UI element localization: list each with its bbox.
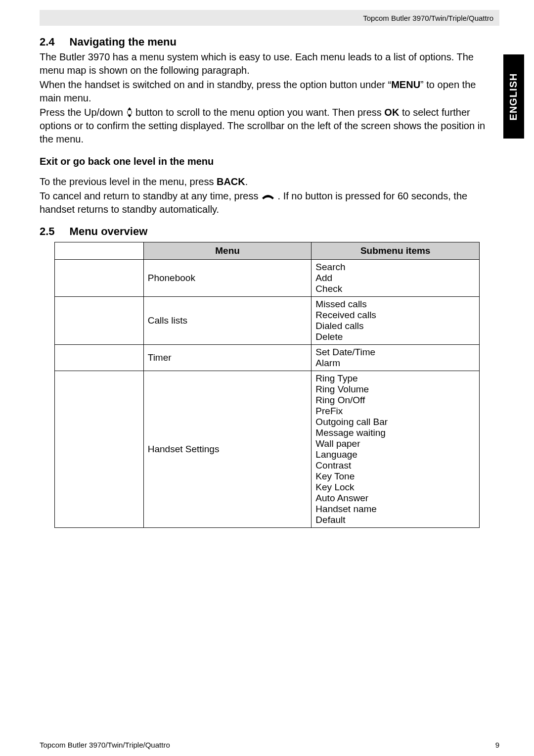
table-cell-menu: Phonebook	[143, 260, 312, 297]
p5-run-a: To cancel and return to standby at any t…	[40, 190, 261, 201]
table-row: Handset Settings Ring TypeRing VolumeRin…	[55, 371, 480, 528]
back-bold-label: BACK	[217, 176, 245, 187]
table-head-row: Menu Submenu items	[55, 242, 480, 260]
section-2-4-paragraph-4: To the previous level in the menu, press…	[40, 175, 499, 189]
document-page: Topcom Butler 3970/Twin/Triple/Quattro E…	[0, 10, 534, 756]
table-cell-submenu: Missed callsReceived callsDialed callsDe…	[312, 297, 480, 345]
p4-run-b: .	[245, 176, 248, 187]
p3-run-a: Press the Up/down	[40, 107, 126, 118]
table-cell-submenu: SearchAddCheck	[312, 260, 480, 297]
table-cell-blank	[55, 260, 144, 297]
footer-page-number: 9	[495, 741, 499, 749]
table-row: Calls lists Missed callsReceived callsDi…	[55, 297, 480, 345]
page-footer: Topcom Butler 3970/Twin/Triple/Quattro 9	[40, 741, 499, 749]
header-product: Topcom Butler 3970/Twin/Triple/Quattro	[363, 14, 493, 22]
table-cell-submenu: Ring TypeRing VolumeRing On/OffPreFixOut…	[312, 371, 480, 528]
p2-run-a: When the handset is switched on and in s…	[40, 79, 391, 90]
table-cell-submenu: Set Date/TimeAlarm	[312, 345, 480, 371]
exit-subheading: Exit or go back one level in the menu	[40, 156, 499, 167]
menu-overview-table: Menu Submenu items Phonebook SearchAddCh…	[54, 242, 480, 528]
section-2-5-number: 2.5	[40, 225, 55, 238]
p4-run-a: To the previous level in the menu, press	[40, 176, 217, 187]
table-cell-blank	[55, 371, 144, 528]
p3-run-b: button to scroll to the menu option you …	[133, 107, 385, 118]
table-head-blank	[55, 242, 144, 260]
section-2-4-paragraph-5: To cancel and return to standby at any t…	[40, 189, 499, 216]
language-tab-label: ENGLISH	[508, 73, 520, 120]
section-2-4-paragraph-3: Press the Up/down button to scroll to th…	[40, 106, 499, 146]
table-cell-blank	[55, 345, 144, 371]
section-2-4-paragraph-2: When the handset is switched on and in s…	[40, 78, 499, 105]
footer-left: Topcom Butler 3970/Twin/Triple/Quattro	[40, 741, 170, 749]
content-area: 2.4 Navigating the menu The Butler 3970 …	[40, 26, 499, 528]
table-row: Phonebook SearchAddCheck	[55, 260, 480, 297]
table-cell-blank	[55, 297, 144, 345]
svg-point-0	[127, 110, 132, 115]
section-2-4-number: 2.4	[40, 36, 55, 48]
table-row: Timer Set Date/TimeAlarm	[55, 345, 480, 371]
table-cell-menu: Timer	[143, 345, 312, 371]
header-bar: Topcom Butler 3970/Twin/Triple/Quattro	[40, 10, 499, 26]
language-tab: ENGLISH	[503, 54, 524, 139]
table-head-menu: Menu	[143, 242, 312, 260]
menu-bold-label: MENU	[391, 79, 420, 90]
ok-bold-label: OK	[384, 107, 399, 118]
section-2-5-heading: 2.5 Menu overview	[40, 225, 499, 238]
hangup-icon	[261, 190, 275, 197]
section-2-4-title: Navigating the menu	[70, 36, 177, 48]
table-cell-menu: Handset Settings	[143, 371, 312, 528]
section-2-5-title: Menu overview	[70, 225, 148, 238]
section-2-4-paragraph-1: The Butler 3970 has a menu system which …	[40, 50, 499, 77]
section-2-4-heading: 2.4 Navigating the menu	[40, 36, 499, 48]
table-head-submenu: Submenu items	[312, 242, 480, 260]
table-cell-menu: Calls lists	[143, 297, 312, 345]
updown-icon	[126, 107, 133, 118]
